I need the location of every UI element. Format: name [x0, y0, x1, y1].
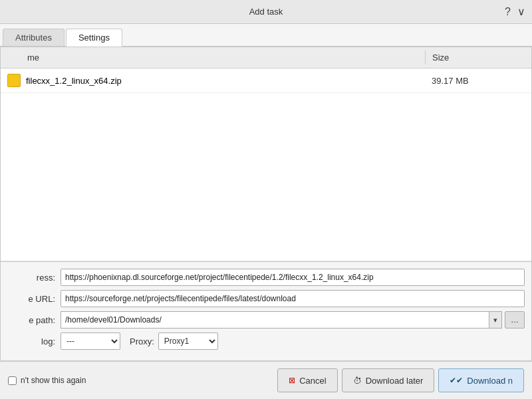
save-path-dropdown[interactable]: ▾ — [489, 311, 502, 329]
help-icon[interactable]: ? — [505, 6, 511, 18]
form-section: ress: e URL: e path: ▾ … log: --- Catego… — [1, 261, 531, 360]
category-select[interactable]: --- Category1 — [61, 332, 120, 350]
address-label: ress: — [7, 273, 61, 283]
ref-url-row: e URL: — [1, 290, 531, 307]
tabs-bar: Attributes Settings — [0, 24, 532, 47]
save-path-label: e path: — [7, 315, 61, 325]
title-bar: Add task ? ∨ — [0, 0, 532, 24]
table-header: me Size — [1, 47, 531, 68]
row-name-cell: filecxx_1.2_linux_x64.zip — [1, 72, 425, 89]
download-later-icon: ⏱ — [353, 376, 362, 386]
download-later-button[interactable]: ⏱ Download later — [342, 368, 435, 392]
download-label: Download n — [467, 376, 513, 386]
table-body: filecxx_1.2_linux_x64.zip 39.17 MB — [1, 68, 531, 261]
row-size-cell: 39.17 MB — [425, 74, 531, 88]
download-button[interactable]: ✔✔ Download n — [438, 368, 524, 392]
save-path-row: e path: ▾ … — [1, 311, 531, 329]
collapse-icon[interactable]: ∨ — [517, 5, 525, 18]
download-later-label: Download later — [366, 376, 424, 386]
browse-button[interactable]: … — [505, 311, 525, 329]
dialog-title: Add task — [249, 7, 283, 17]
file-zip-icon — [7, 74, 21, 87]
cancel-label: Cancel — [299, 376, 326, 386]
cancel-icon: ⊠ — [289, 376, 295, 385]
col-size-header: Size — [425, 51, 531, 65]
save-path-input[interactable] — [61, 311, 489, 329]
dont-show-section: n't show this again — [8, 376, 86, 385]
save-path-wrapper: ▾ — [61, 311, 502, 329]
col-name-header: me — [1, 51, 425, 65]
bottom-bar: n't show this again ⊠ Cancel ⏱ Download … — [0, 361, 532, 399]
table-row[interactable]: filecxx_1.2_linux_x64.zip 39.17 MB — [1, 68, 531, 93]
address-input[interactable] — [61, 269, 525, 286]
main-content: me Size filecxx_1.2_linux_x64.zip 39.17 … — [0, 47, 532, 361]
proxy-label: Proxy: — [130, 336, 154, 346]
tab-settings[interactable]: Settings — [66, 29, 122, 47]
tab-attributes[interactable]: Attributes — [3, 29, 65, 46]
title-bar-actions: ? ∨ — [505, 5, 525, 18]
dont-show-checkbox[interactable] — [8, 376, 17, 385]
download-icon: ✔✔ — [450, 376, 463, 385]
category-label: log: — [7, 336, 61, 346]
file-table: me Size filecxx_1.2_linux_x64.zip 39.17 … — [1, 47, 531, 261]
category-proxy-row: log: --- Category1 Proxy: Proxy1 Proxy2 … — [1, 332, 531, 350]
file-name: filecxx_1.2_linux_x64.zip — [26, 76, 122, 86]
proxy-select[interactable]: Proxy1 Proxy2 None — [158, 332, 218, 350]
cancel-button[interactable]: ⊠ Cancel — [277, 368, 337, 392]
ref-url-input[interactable] — [61, 290, 525, 307]
dont-show-label: n't show this again — [21, 376, 86, 385]
address-row: ress: — [1, 269, 531, 286]
button-group: ⊠ Cancel ⏱ Download later ✔✔ Download n — [277, 368, 524, 392]
ref-url-label: e URL: — [7, 294, 61, 304]
